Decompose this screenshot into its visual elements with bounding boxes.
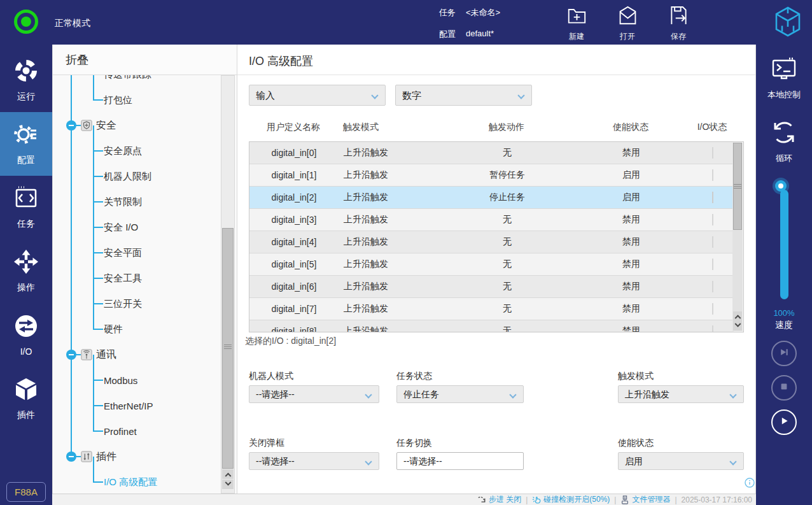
tree-item[interactable]: 通讯 bbox=[53, 342, 219, 367]
sidebar-item-run[interactable]: 运行 bbox=[0, 48, 52, 112]
table-row[interactable]: digital_in[8]上升沿触发无禁用 bbox=[249, 320, 734, 332]
tree-item[interactable]: Modbus bbox=[53, 367, 219, 393]
table-row[interactable]: digital_in[5]上升沿触发无禁用 bbox=[249, 253, 734, 276]
sidebar-item-operate[interactable]: 操作 bbox=[0, 239, 52, 303]
io-state-checkbox[interactable] bbox=[712, 303, 713, 315]
cell-enable-state: 禁用 bbox=[571, 214, 692, 225]
io-state-checkbox[interactable] bbox=[712, 281, 713, 292]
io-state-checkbox[interactable] bbox=[712, 259, 713, 270]
io-state-checkbox[interactable] bbox=[712, 169, 713, 181]
tree-collapse-node[interactable] bbox=[66, 452, 76, 462]
topbar-action-open[interactable]: 打开 bbox=[610, 4, 645, 42]
cell-name: digital_in[1] bbox=[249, 170, 339, 180]
tree-item[interactable]: 传送带跟踪 bbox=[53, 75, 219, 87]
tree-item[interactable]: 三位开关 bbox=[53, 291, 219, 317]
tree-scrollbar[interactable] bbox=[221, 75, 235, 494]
cell-enable-state: 禁用 bbox=[571, 259, 692, 270]
table-row[interactable]: digital_in[3]上升沿触发无禁用 bbox=[249, 209, 734, 231]
form-value: 上升沿触发 bbox=[625, 389, 669, 399]
cell-io-state bbox=[692, 170, 734, 180]
tree-item[interactable]: 安全工具 bbox=[53, 266, 219, 291]
tree-item-label: 安全 bbox=[96, 119, 116, 132]
table-row[interactable]: digital_in[6]上升沿触发无禁用 bbox=[249, 276, 734, 298]
rightbar-item-local-control[interactable]: 本地控制 bbox=[756, 55, 812, 101]
io-state-checkbox[interactable] bbox=[712, 236, 713, 248]
table-row[interactable]: digital_in[1]上升沿触发暂停任务启用 bbox=[249, 164, 734, 187]
config-label: 配置 bbox=[439, 29, 456, 40]
table-row[interactable]: digital_in[4]上升沿触发无禁用 bbox=[249, 231, 734, 253]
collapse-button[interactable]: 折叠 bbox=[66, 52, 88, 68]
speed-slider-handle[interactable] bbox=[775, 180, 787, 192]
tree-item[interactable]: 安全 I/O bbox=[53, 215, 219, 240]
io-state-checkbox[interactable] bbox=[712, 325, 713, 332]
sidebar-item-plugin[interactable]: 插件 bbox=[0, 367, 52, 430]
topbar-action-save[interactable]: 保存 bbox=[661, 4, 696, 42]
form-select-close-popup[interactable]: --请选择-- bbox=[249, 452, 379, 470]
tree-item[interactable]: 安全平面 bbox=[53, 240, 219, 266]
tree-item[interactable]: 机器人限制 bbox=[53, 164, 219, 189]
form-input-task-switch[interactable]: --请选择-- bbox=[396, 452, 524, 470]
table-scrollbar[interactable] bbox=[732, 143, 743, 331]
tree-collapse-node[interactable] bbox=[66, 350, 76, 360]
table-scrollbar-thumb[interactable] bbox=[733, 143, 742, 230]
file-manager-button[interactable]: 文件管理器 bbox=[620, 494, 670, 505]
tree-item[interactable]: 插件 bbox=[53, 444, 219, 469]
step-forward-button[interactable] bbox=[771, 341, 797, 366]
tree-item[interactable]: 安全 bbox=[53, 113, 219, 138]
form-select-task-state[interactable]: 停止任务 bbox=[396, 385, 524, 403]
config-info: 配置 default* bbox=[439, 29, 494, 40]
tree-item[interactable]: Profinet bbox=[53, 418, 219, 444]
play-button[interactable] bbox=[771, 409, 797, 435]
tree-item[interactable]: 打包位 bbox=[53, 87, 219, 113]
stop-button[interactable] bbox=[771, 375, 797, 401]
form-value: --请选择-- bbox=[403, 456, 442, 466]
filter-select-io-type[interactable]: 数字 bbox=[395, 85, 532, 106]
tree-item[interactable]: 硬件 bbox=[53, 317, 219, 342]
table-row[interactable]: digital_in[0]上升沿触发无禁用 bbox=[249, 142, 734, 164]
collision-toggle[interactable]: 碰撞检测开启(50%) bbox=[532, 494, 610, 505]
tree-scroll-up-button[interactable] bbox=[222, 469, 234, 479]
cell-trigger-mode: 上升沿触发 bbox=[339, 325, 444, 332]
plugin-icon bbox=[13, 376, 39, 404]
tree-item[interactable]: 关节限制 bbox=[53, 189, 219, 215]
io-state-checkbox[interactable] bbox=[712, 214, 713, 225]
sidebar-item-config[interactable]: 配置 bbox=[0, 112, 52, 176]
rightbar-item-loop[interactable]: 循环 bbox=[756, 118, 812, 164]
separator: | bbox=[675, 495, 676, 504]
tree-item-label: 通讯 bbox=[96, 348, 116, 362]
step-toggle[interactable]: 步进 关闭 bbox=[477, 494, 521, 505]
tree-scroll-down-button[interactable] bbox=[222, 480, 234, 489]
sidebar-item-task[interactable]: 任务 bbox=[0, 176, 52, 239]
open-file-icon bbox=[617, 4, 639, 29]
sidebar-item-label: 操作 bbox=[17, 282, 35, 294]
info-icon[interactable] bbox=[745, 478, 755, 488]
tree-collapse-node[interactable] bbox=[66, 120, 76, 131]
io-state-checkbox[interactable] bbox=[712, 192, 713, 203]
table-row[interactable]: digital_in[2]上升沿触发停止任务启用 bbox=[249, 187, 734, 209]
cell-enable-state: 启用 bbox=[571, 192, 692, 203]
sidebar-item-io[interactable]: I/O bbox=[0, 303, 52, 367]
table-row[interactable]: digital_in[7]上升沿触发无禁用 bbox=[249, 298, 734, 320]
topbar-action-new[interactable]: 新建 bbox=[559, 4, 594, 42]
form-select-trigger-mode[interactable]: 上升沿触发 bbox=[618, 385, 744, 403]
io-state-checkbox[interactable] bbox=[712, 147, 713, 159]
app-window: 正常模式 任务 <未命名> 配置 default* 新建打开保存 运行配置任务操… bbox=[0, 0, 812, 505]
fkey-button[interactable]: F88A bbox=[6, 482, 46, 502]
speed-slider-track[interactable] bbox=[780, 190, 788, 299]
sidebar-item-label: I/O bbox=[20, 346, 32, 357]
cell-trigger-action: 无 bbox=[444, 325, 571, 332]
tree-item[interactable]: 安全原点 bbox=[53, 138, 219, 164]
form-select-enable-state[interactable]: 启用 bbox=[618, 452, 744, 470]
table-scroll-down-button[interactable] bbox=[733, 321, 742, 331]
tree-item-label: 安全 I/O bbox=[104, 222, 138, 234]
filter-select-io-direction[interactable]: 输入 bbox=[249, 85, 386, 106]
cell-io-state bbox=[692, 281, 734, 292]
table-scroll-up-button[interactable] bbox=[733, 311, 742, 321]
tree-item[interactable]: I/O 高级配置 bbox=[53, 469, 219, 494]
form-select-robot-mode[interactable]: --请选择-- bbox=[249, 385, 379, 403]
chevron-down-icon bbox=[734, 321, 741, 327]
io-table: digital_in[0]上升沿触发无禁用digital_in[1]上升沿触发暂… bbox=[249, 141, 744, 332]
tree-scrollbar-thumb[interactable] bbox=[222, 228, 234, 469]
form-value: --请选择-- bbox=[256, 456, 295, 466]
tree-item[interactable]: EtherNet/IP bbox=[53, 393, 219, 418]
